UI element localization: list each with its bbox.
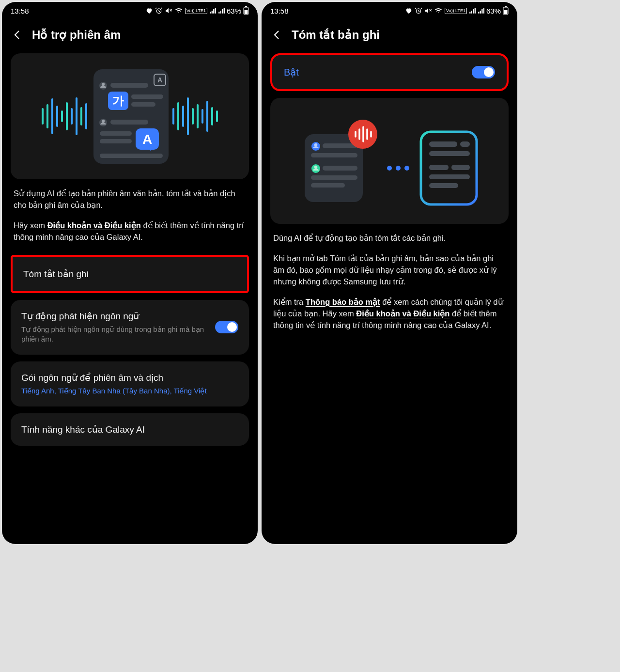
desc-1: Dùng AI để tự động tạo bản tóm tắt các b… xyxy=(273,233,506,244)
svg-rect-59 xyxy=(323,166,357,171)
signal-icon-1 xyxy=(209,7,216,14)
desc-1: Sử dụng AI để tạo bản phiên âm văn bản, … xyxy=(14,188,246,211)
item-other-features[interactable]: Tính năng khác của Galaxy AI xyxy=(11,413,249,446)
battery-text: 63% xyxy=(486,7,501,15)
header: Hỗ trợ phiên âm xyxy=(2,19,258,53)
svg-text:A: A xyxy=(157,76,162,84)
status-time: 13:58 xyxy=(270,7,289,15)
battery-icon xyxy=(503,6,509,15)
item-other-features-label: Tính năng khác của Galaxy AI xyxy=(21,424,238,435)
svg-text:A: A xyxy=(142,132,152,147)
svg-rect-5 xyxy=(245,10,248,14)
status-time: 13:58 xyxy=(11,7,29,15)
lte-label: Vo)) LTE1 xyxy=(445,8,467,14)
signal-icon-2 xyxy=(478,7,484,14)
item-language-packs-title: Gói ngôn ngữ để phiên âm và dịch xyxy=(21,372,238,383)
master-toggle[interactable] xyxy=(472,66,495,78)
wifi-icon xyxy=(174,7,183,15)
svg-rect-4 xyxy=(245,6,247,7)
svg-point-70 xyxy=(404,166,409,171)
heart-icon xyxy=(405,7,413,15)
wifi-icon xyxy=(434,7,443,15)
svg-rect-56 xyxy=(311,153,357,157)
item-summary[interactable]: Tóm tắt bản ghi xyxy=(11,255,249,293)
page-title: Hỗ trợ phiên âm xyxy=(32,28,121,42)
alarm-icon xyxy=(155,7,163,15)
svg-rect-78 xyxy=(429,183,458,188)
item-auto-detect-sub: Tự động phát hiện ngôn ngữ dùng trong bả… xyxy=(21,325,207,344)
description-block: Dùng AI để tự động tạo bản tóm tắt các b… xyxy=(270,231,509,336)
item-auto-detect-title: Tự động phát hiện ngôn ngữ xyxy=(21,311,207,322)
page-title: Tóm tắt bản ghi xyxy=(292,28,380,42)
svg-rect-77 xyxy=(429,174,470,179)
svg-rect-72 xyxy=(429,141,457,147)
signal-icon-2 xyxy=(218,7,225,14)
svg-rect-43 xyxy=(100,131,132,136)
svg-rect-76 xyxy=(451,165,470,170)
svg-text:가: 가 xyxy=(112,94,124,107)
svg-rect-74 xyxy=(429,151,470,156)
svg-rect-75 xyxy=(429,165,449,170)
svg-rect-44 xyxy=(100,139,132,143)
terms-link[interactable]: Điều khoản và Điều kiện xyxy=(47,221,141,230)
svg-point-58 xyxy=(314,166,318,169)
item-summary-label: Tóm tắt bản ghi xyxy=(23,268,236,280)
svg-rect-45 xyxy=(100,154,163,158)
status-bar: 13:58 Vo)) LTE1 63% xyxy=(2,2,258,19)
svg-rect-51 xyxy=(504,10,508,14)
battery-text: 63% xyxy=(227,7,241,15)
svg-rect-35 xyxy=(131,94,163,99)
back-icon[interactable] xyxy=(12,29,23,41)
header: Tóm tắt bản ghi xyxy=(262,19,517,53)
signal-icon-1 xyxy=(469,7,476,14)
desc-2: Hãy xem Điều khoản và Điều kiện để biết … xyxy=(14,220,246,243)
description-block: Sử dụng AI để tạo bản phiên âm văn bản, … xyxy=(11,186,249,248)
status-icons: Vo)) LTE1 63% xyxy=(145,6,249,15)
mute-icon xyxy=(424,7,432,15)
mute-icon xyxy=(165,7,172,15)
terms-link[interactable]: Điều khoản và Điều kiện xyxy=(356,309,450,318)
desc-2: Khi bạn mở tab Tóm tắt của bản ghi âm, b… xyxy=(273,253,506,288)
svg-rect-36 xyxy=(131,102,155,107)
desc-3: Kiểm tra Thông báo bảo mật để xem cách c… xyxy=(273,297,506,331)
hero-illustration: A 가 A xyxy=(11,53,249,179)
svg-rect-39 xyxy=(110,120,148,125)
privacy-link[interactable]: Thông báo bảo mật xyxy=(306,297,380,306)
phone-right: 13:58 Vo)) LTE1 63% Tóm tắt bản ghi Bật xyxy=(262,2,517,544)
svg-rect-60 xyxy=(311,175,357,180)
phone-left: 13:58 Vo)) LTE1 63% Hỗ trợ phiên âm xyxy=(2,2,258,544)
lte-label: Vo)) LTE1 xyxy=(185,8,207,14)
svg-point-69 xyxy=(396,166,401,171)
item-language-packs[interactable]: Gói ngôn ngữ để phiên âm và dịch Tiếng A… xyxy=(11,361,249,406)
heart-icon xyxy=(145,7,153,15)
svg-point-38 xyxy=(102,120,105,123)
auto-detect-toggle[interactable] xyxy=(215,321,238,333)
status-bar: 13:58 Vo)) LTE1 63% xyxy=(262,2,517,19)
svg-rect-61 xyxy=(311,183,345,188)
svg-point-30 xyxy=(102,83,105,86)
item-auto-detect[interactable]: Tự động phát hiện ngôn ngữ Tự động phát … xyxy=(11,300,249,355)
svg-rect-31 xyxy=(110,83,148,88)
alarm-icon xyxy=(415,7,422,15)
status-icons: Vo)) LTE1 63% xyxy=(405,6,509,15)
battery-icon xyxy=(243,6,249,15)
item-language-packs-sub: Tiếng Anh, Tiếng Tây Ban Nha (Tây Ban Nh… xyxy=(21,386,238,396)
svg-rect-73 xyxy=(460,141,470,147)
svg-point-54 xyxy=(314,143,318,147)
svg-rect-50 xyxy=(505,6,507,7)
hero-illustration xyxy=(270,98,509,224)
back-icon[interactable] xyxy=(271,29,283,41)
master-toggle-card[interactable]: Bật xyxy=(270,53,509,91)
master-toggle-label: Bật xyxy=(284,66,299,78)
svg-point-68 xyxy=(387,166,392,171)
